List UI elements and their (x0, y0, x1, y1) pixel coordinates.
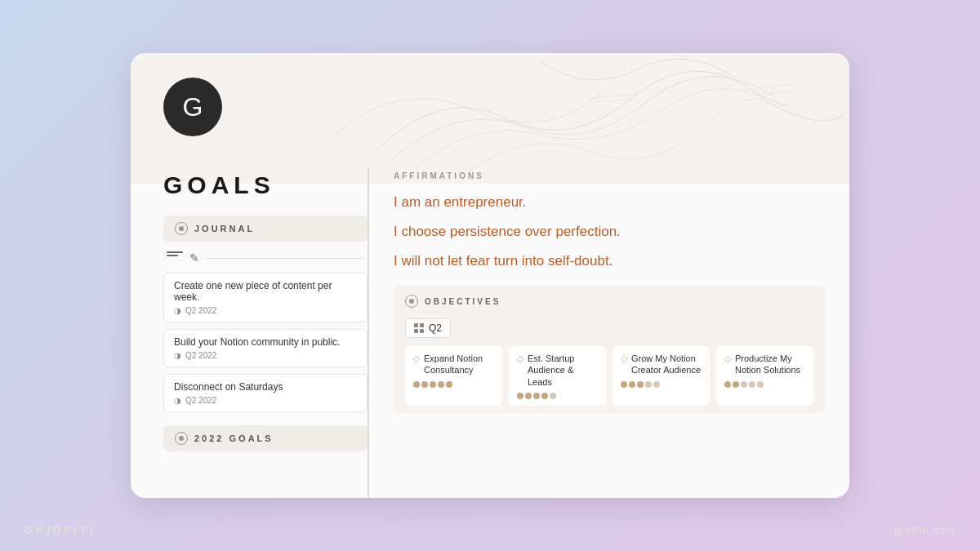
star (749, 381, 755, 388)
brand-left: GRIDFITI (24, 524, 96, 536)
obj-card-title: Expand Notion Consultancy (424, 353, 494, 376)
journal-section-header[interactable]: JOURNAL (163, 216, 368, 242)
star (517, 393, 523, 399)
obj-card-header: ◇ Productize My Notion Solutions (724, 353, 805, 376)
objectives-header: OBJECTIVES (405, 295, 813, 308)
goal-item-title: Build your Notion community in public. (174, 336, 357, 348)
diamond-icon: ◇ (724, 353, 731, 364)
star-row (724, 381, 805, 388)
avatar: G (163, 78, 222, 136)
obj-card-header: ◇ Grow My Notion Creator Audience (621, 353, 702, 376)
main-content: GOALS JOURNAL ✎ Create one new piece of … (131, 167, 849, 498)
app-card: G GOALS JOURNAL ✎ Create one new piece o… (131, 53, 849, 498)
star (741, 381, 747, 388)
obj-card-header: ◇ Expand Notion Consultancy (413, 353, 494, 376)
obj-card-title: Productize My Notion Solutions (735, 353, 805, 376)
goal-item-meta: ◑ Q2 2022 (174, 306, 357, 315)
star-row (621, 381, 702, 388)
goal-quarter: Q2 2022 (185, 306, 216, 315)
goal-item-meta: ◑ Q2 2022 (174, 396, 357, 405)
page-title: GOALS (163, 167, 368, 199)
obj-card-3[interactable]: ◇ Grow My Notion Creator Audience (612, 346, 710, 406)
star (541, 393, 548, 399)
star (653, 381, 660, 388)
objectives-icon (405, 295, 418, 308)
obj-card-1[interactable]: ◇ Expand Notion Consultancy (405, 346, 502, 406)
objective-cards: ◇ Expand Notion Consultancy (405, 346, 813, 406)
goals-2022-section-header[interactable]: 2022 GOALS (163, 425, 368, 451)
obj-card-2[interactable]: ◇ Est. Startup Audience & Leads (509, 346, 606, 406)
goal-item-title: Disconnect on Saturdays (174, 381, 357, 393)
goals-2022-icon (175, 432, 188, 445)
quarter-tab-label: Q2 (429, 322, 442, 334)
obj-card-header: ◇ Est. Startup Audience & Leads (517, 353, 598, 388)
star (413, 381, 420, 388)
star (446, 381, 452, 388)
edit-icon: ✎ (189, 251, 199, 264)
star (430, 381, 436, 388)
goal-item-2[interactable]: Build your Notion community in public. ◑… (163, 329, 368, 367)
star-row (413, 381, 494, 388)
diamond-icon: ◇ (517, 353, 523, 364)
header-background (131, 53, 849, 184)
goal-quarter: Q2 2022 (185, 351, 216, 360)
q2-tab[interactable]: Q2 (405, 318, 451, 338)
star (533, 393, 540, 399)
star (621, 381, 627, 388)
diamond-icon: ◇ (413, 353, 420, 364)
star (637, 381, 644, 388)
journal-icon (175, 222, 188, 235)
obj-card-title: Grow My Notion Creator Audience (631, 353, 702, 376)
diamond-icon: ◇ (621, 353, 627, 364)
obj-card-title: Est. Startup Audience & Leads (528, 353, 598, 388)
star (421, 381, 428, 388)
star (757, 381, 764, 388)
star (733, 381, 739, 388)
goal-item-meta: ◑ Q2 2022 (174, 351, 357, 360)
objectives-label: OBJECTIVES (425, 297, 501, 306)
obj-card-4[interactable]: ◇ Productize My Notion Solutions (716, 346, 813, 406)
moon-icon: ◑ (174, 396, 181, 405)
goal-item-3[interactable]: Disconnect on Saturdays ◑ Q2 2022 (163, 374, 368, 412)
journal-toolbar: ✎ (163, 251, 368, 264)
affirmation-line-1: I am an entrepreneur. (394, 193, 825, 211)
svg-line-2 (743, 84, 792, 90)
star-row (517, 393, 598, 399)
goal-item-1[interactable]: Create one new piece of content per week… (163, 273, 368, 322)
sidebar: GOALS JOURNAL ✎ Create one new piece of … (131, 167, 368, 498)
star (724, 381, 731, 388)
affirmation-line-2: I choose persistence over perfection. (394, 223, 825, 241)
star (525, 393, 532, 399)
moon-icon: ◑ (174, 306, 181, 315)
journal-label: JOURNAL (194, 224, 255, 233)
list-icon (167, 251, 183, 264)
affirmation-line-3: I will not let fear turn into self-doubt… (394, 252, 825, 270)
star (629, 381, 635, 388)
svg-line-0 (588, 94, 637, 98)
goal-quarter: Q2 2022 (185, 396, 216, 405)
grid-icon (414, 323, 424, 333)
goals-2022-label: 2022 GOALS (194, 433, 274, 443)
star (550, 393, 556, 399)
moon-icon: ◑ (174, 351, 181, 360)
goal-item-title: Create one new piece of content per week… (174, 280, 357, 303)
affirmations-label: AFFIRMATIONS (394, 171, 825, 180)
brand-right: gridfiti.com (894, 524, 956, 536)
right-panel: AFFIRMATIONS I am an entrepreneur. I cho… (368, 167, 849, 498)
star (438, 381, 444, 388)
star (645, 381, 652, 388)
objectives-section: OBJECTIVES Q2 ◇ Expand Notion Consultanc… (394, 285, 825, 414)
